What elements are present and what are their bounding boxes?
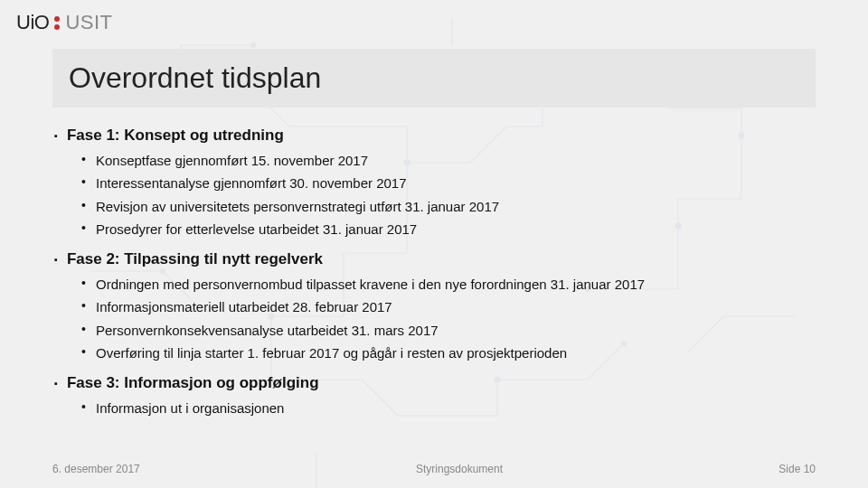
footer-date: 6. desember 2017 (52, 463, 140, 475)
list-item: Informasjonsmateriell utarbeidet 28. feb… (96, 296, 816, 317)
slide-footer: 6. desember 2017 Styringsdokument Side 1… (52, 463, 816, 475)
slide-content: Fase 1: Konsept og utredning Konseptfase… (52, 127, 816, 429)
list-item: Prosedyrer for etterlevelse utarbeidet 3… (96, 219, 816, 239)
phase-title: Fase 2: Tilpassing til nytt regelverk (52, 250, 816, 268)
list-item: Overføring til linja starter 1. februar … (96, 343, 816, 363)
logo-colon-icon (54, 16, 60, 30)
phase-block: Fase 2: Tilpassing til nytt regelverk Or… (52, 250, 816, 363)
logo-usit-text: USIT (65, 11, 112, 34)
list-item: Revisjon av universitetets personvernstr… (96, 196, 816, 217)
list-item: Konseptfase gjennomført 15. november 201… (96, 150, 816, 171)
logo: UiO USIT (16, 11, 113, 34)
list-item: Interessentanalyse gjennomført 30. novem… (96, 173, 816, 193)
slide-title: Overordnet tidsplan (52, 49, 816, 108)
footer-document-name: Styringsdokument (416, 463, 503, 475)
phase-block: Fase 3: Informasjon og oppfølging Inform… (52, 374, 816, 418)
logo-uio-text: UiO (16, 11, 49, 34)
list-item: Informasjon ut i organisasjonen (96, 398, 816, 418)
svg-point-10 (251, 43, 256, 48)
phase-title: Fase 1: Konsept og utredning (52, 127, 816, 145)
phase-block: Fase 1: Konsept og utredning Konseptfase… (52, 127, 816, 239)
list-item: Ordningen med personvernombud tilpasset … (96, 274, 816, 295)
phase-title: Fase 3: Informasjon og oppfølging (52, 374, 816, 392)
list-item: Personvernkonsekvensanalyse utarbeidet 3… (96, 320, 816, 341)
footer-page-number: Side 10 (778, 463, 816, 475)
